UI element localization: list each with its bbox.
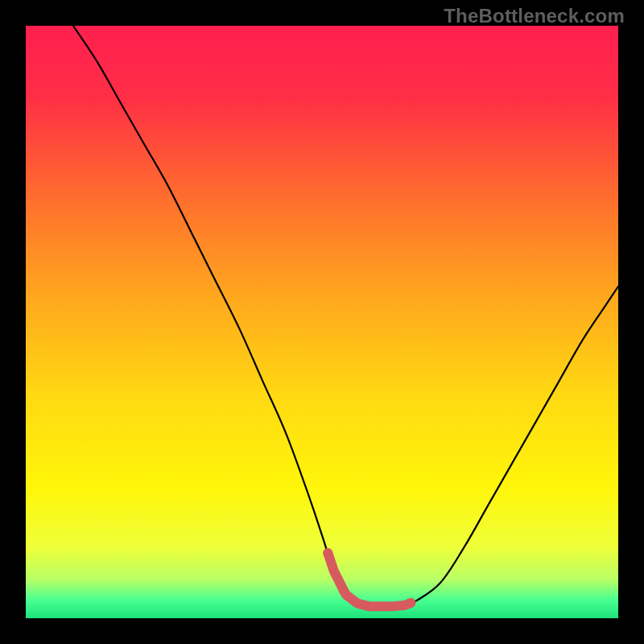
highlight-start-dot	[323, 548, 332, 558]
plot-area	[26, 26, 618, 618]
chart-frame: TheBottleneck.com	[0, 0, 644, 644]
bottleneck-chart	[26, 26, 618, 618]
gradient-background	[26, 26, 618, 618]
watermark-text: TheBottleneck.com	[444, 5, 625, 27]
